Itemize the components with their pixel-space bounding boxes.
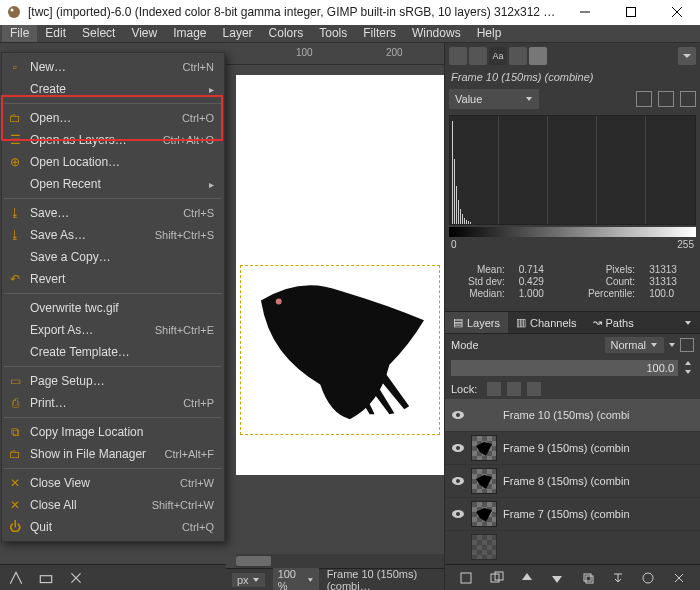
layer-row[interactable]: Frame 8 (150ms) (combin bbox=[445, 465, 700, 498]
menu-windows[interactable]: Windows bbox=[404, 25, 469, 42]
unit-select[interactable]: px bbox=[232, 573, 265, 587]
tab-history-icon[interactable] bbox=[509, 47, 527, 65]
ruler-horizontal: 100 200 bbox=[226, 43, 444, 65]
menu-colors[interactable]: Colors bbox=[261, 25, 312, 42]
menu-item-export-as[interactable]: Export As…Shift+Ctrl+E bbox=[2, 319, 224, 341]
layer-panel-tabs: ▤Layers ▥Channels ↝Paths bbox=[445, 311, 700, 334]
menu-filters[interactable]: Filters bbox=[355, 25, 404, 42]
menu-item-revert[interactable]: ↶Revert bbox=[2, 268, 224, 290]
menu-item-open[interactable]: 🗀Open…Ctrl+O bbox=[2, 107, 224, 129]
hist-log-icon[interactable] bbox=[658, 91, 674, 107]
top-tabstrip: Aa bbox=[449, 47, 696, 65]
opacity-slider[interactable]: Opacity 100.0 bbox=[451, 360, 678, 376]
tab-layers[interactable]: ▤Layers bbox=[445, 312, 508, 333]
histogram-range-strip[interactable] bbox=[449, 227, 696, 237]
tab-channels[interactable]: ▥Channels bbox=[508, 312, 584, 333]
layer-row[interactable]: Frame 9 (150ms) (combin bbox=[445, 432, 700, 465]
mode-reset-icon[interactable] bbox=[680, 338, 694, 352]
menu-item-overwrite-twc-gif[interactable]: Overwrite twc.gif bbox=[2, 297, 224, 319]
tab-fonts-icon[interactable]: Aa bbox=[489, 47, 507, 65]
maximize-button[interactable] bbox=[608, 0, 654, 25]
mask-icon[interactable] bbox=[641, 571, 655, 585]
mode-switch-icon[interactable] bbox=[668, 341, 676, 349]
lower-layer-icon[interactable] bbox=[550, 571, 564, 585]
tab-config-icon[interactable] bbox=[678, 47, 696, 65]
svg-point-3 bbox=[276, 299, 282, 305]
new-layer-icon[interactable] bbox=[459, 571, 473, 585]
menu-item-close-view[interactable]: ✕Close ViewCtrl+W bbox=[2, 472, 224, 494]
menu-item-new[interactable]: ▫New…Ctrl+N bbox=[2, 56, 224, 78]
tab-patterns-icon[interactable] bbox=[469, 47, 487, 65]
layer-row[interactable]: Frame 7 (150ms) (combin bbox=[445, 498, 700, 531]
bird-image bbox=[241, 266, 439, 434]
menu-item-open-recent[interactable]: Open Recent▸ bbox=[2, 173, 224, 195]
histogram-graph[interactable] bbox=[449, 115, 696, 225]
tab-layer-config[interactable] bbox=[676, 312, 700, 333]
tab-histogram-icon[interactable] bbox=[529, 47, 547, 65]
lock-position-icon[interactable] bbox=[507, 382, 521, 396]
menu-item-show-in-file-manager[interactable]: 🗀Show in File ManagerCtrl+Alt+F bbox=[2, 443, 224, 465]
menu-layer[interactable]: Layer bbox=[215, 25, 261, 42]
menu-select[interactable]: Select bbox=[74, 25, 123, 42]
menu-item-save[interactable]: ⭳Save…Ctrl+S bbox=[2, 202, 224, 224]
globe-icon: ⊕ bbox=[8, 155, 22, 169]
menu-item-copy-image-location[interactable]: ⧉Copy Image Location bbox=[2, 421, 224, 443]
layer-group-icon[interactable] bbox=[490, 571, 504, 585]
raise-layer-icon[interactable] bbox=[520, 571, 534, 585]
menu-item-quit[interactable]: ⏻QuitCtrl+Q bbox=[2, 516, 224, 538]
save-icon: ⭳ bbox=[8, 206, 22, 220]
tool-delete-icon[interactable] bbox=[68, 570, 84, 586]
menu-help[interactable]: Help bbox=[469, 25, 510, 42]
blend-mode-select[interactable]: Normal bbox=[605, 337, 664, 353]
save-icon: ⭳ bbox=[8, 228, 22, 242]
eye-icon[interactable] bbox=[451, 507, 465, 521]
tab-brushes-icon[interactable] bbox=[449, 47, 467, 65]
lock-alpha-icon[interactable] bbox=[527, 382, 541, 396]
menu-tools[interactable]: Tools bbox=[311, 25, 355, 42]
hist-linear-icon[interactable] bbox=[636, 91, 652, 107]
layer-row[interactable]: Frame 10 (150ms) (combi bbox=[445, 399, 700, 432]
menu-item-print[interactable]: ⎙Print…Ctrl+P bbox=[2, 392, 224, 414]
duplicate-layer-icon[interactable] bbox=[581, 571, 595, 585]
menu-item-save-a-copy[interactable]: Save a Copy… bbox=[2, 246, 224, 268]
eye-icon[interactable] bbox=[451, 540, 465, 554]
eye-icon[interactable] bbox=[451, 474, 465, 488]
svg-point-11 bbox=[456, 512, 460, 516]
close-button[interactable] bbox=[654, 0, 700, 25]
svg-rect-16 bbox=[586, 576, 593, 583]
layer-thumbnail bbox=[471, 501, 497, 527]
layer-row[interactable] bbox=[445, 531, 700, 564]
svg-point-17 bbox=[643, 573, 653, 583]
doc-icon: ▫ bbox=[8, 60, 22, 74]
tab-paths[interactable]: ↝Paths bbox=[585, 312, 642, 333]
menu-file[interactable]: File bbox=[2, 25, 37, 42]
delete-layer-icon[interactable] bbox=[672, 571, 686, 585]
menu-item-open-location[interactable]: ⊕Open Location… bbox=[2, 151, 224, 173]
menu-item-save-as[interactable]: ⭳Save As…Shift+Ctrl+S bbox=[2, 224, 224, 246]
copy-icon: ⧉ bbox=[8, 425, 22, 439]
menu-item-create-template[interactable]: Create Template… bbox=[2, 341, 224, 363]
menu-item-open-as-layers[interactable]: ☰Open as Layers…Ctrl+Alt+O bbox=[2, 129, 224, 151]
merge-down-icon[interactable] bbox=[611, 571, 625, 585]
zoom-select[interactable]: 100 % bbox=[273, 567, 319, 591]
eye-icon[interactable] bbox=[451, 408, 465, 422]
menu-image[interactable]: Image bbox=[165, 25, 214, 42]
menu-item-page-setup[interactable]: ▭Page Setup… bbox=[2, 370, 224, 392]
menu-view[interactable]: View bbox=[123, 25, 165, 42]
tool-icon[interactable] bbox=[38, 570, 54, 586]
left-toolbar bbox=[0, 564, 226, 590]
svg-point-7 bbox=[456, 446, 460, 450]
hist-perceptual-icon[interactable] bbox=[680, 91, 696, 107]
menu-item-create[interactable]: Create▸ bbox=[2, 78, 224, 100]
minimize-button[interactable] bbox=[562, 0, 608, 25]
lock-pixels-icon[interactable] bbox=[487, 382, 501, 396]
menu-item-close-all[interactable]: ✕Close AllShift+Ctrl+W bbox=[2, 494, 224, 516]
tool-icon[interactable] bbox=[8, 570, 24, 586]
folder-icon: 🗀 bbox=[8, 111, 22, 125]
horizontal-scrollbar[interactable] bbox=[236, 554, 444, 568]
histogram-channel-select[interactable]: Value bbox=[449, 89, 539, 109]
canvas-viewport[interactable] bbox=[226, 65, 444, 554]
menu-edit[interactable]: Edit bbox=[37, 25, 74, 42]
eye-icon[interactable] bbox=[451, 441, 465, 455]
opacity-stepper[interactable] bbox=[684, 359, 694, 376]
